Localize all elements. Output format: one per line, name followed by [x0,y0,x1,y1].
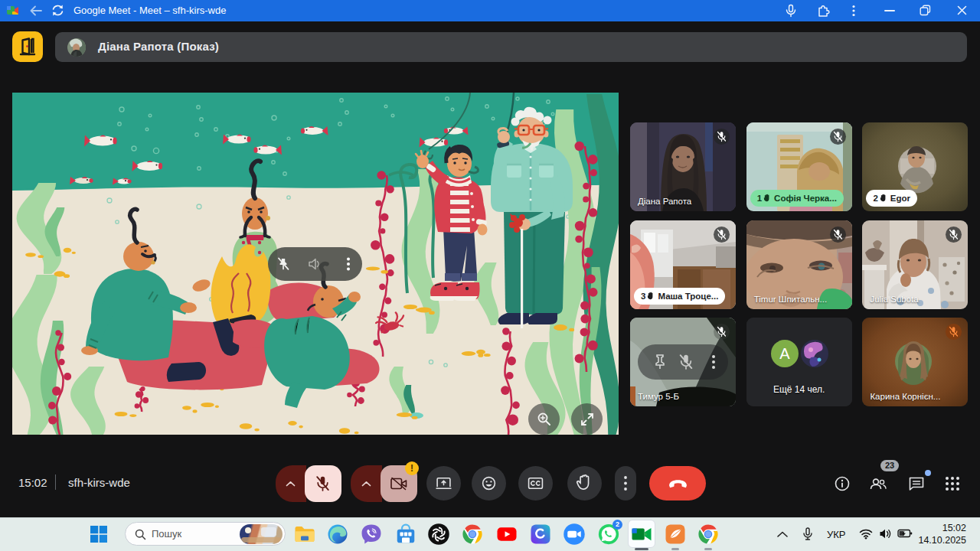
svg-text:A: A [779,345,790,362]
